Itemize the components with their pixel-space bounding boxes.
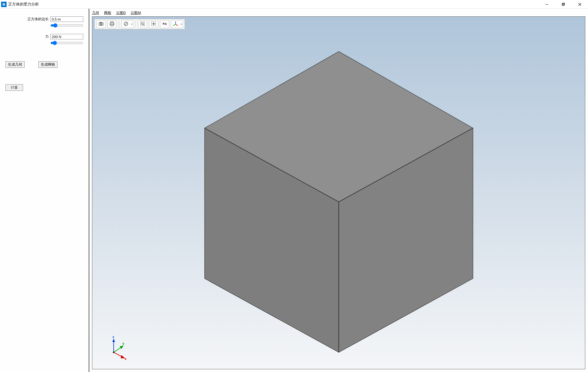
generate-mesh-button[interactable]: 生成网格 xyxy=(38,61,58,68)
svg-rect-12 xyxy=(111,24,113,26)
minimize-button[interactable] xyxy=(539,0,555,8)
svg-rect-3 xyxy=(563,3,565,5)
svg-point-16 xyxy=(142,22,144,24)
force-row: 力 xyxy=(5,34,83,39)
window-title: 正方体的受力分析 xyxy=(8,2,39,7)
print-icon xyxy=(109,21,115,27)
axis-x-label: x xyxy=(125,357,127,361)
svg-marker-35 xyxy=(112,339,115,342)
close-button[interactable] xyxy=(572,0,588,8)
edge-length-slider[interactable] xyxy=(50,24,83,27)
rotate-icon xyxy=(162,21,167,27)
tab-mesh[interactable]: 网格 xyxy=(104,10,111,15)
title-bar: 正方体的受力分析 xyxy=(0,0,588,9)
axis-triad: z y x xyxy=(105,336,130,361)
viewport-3d[interactable]: ▾ xyxy=(92,16,585,369)
force-input[interactable] xyxy=(50,34,83,39)
viewport-toolbar: ▾ xyxy=(94,19,185,29)
fit-all-icon xyxy=(151,21,156,27)
svg-marker-20 xyxy=(163,22,164,23)
chevron-down-icon: ▾ xyxy=(131,23,132,25)
chevron-down-icon: ▾ xyxy=(181,23,182,25)
tab-geometry[interactable]: 几何 xyxy=(92,10,99,15)
compute-button[interactable]: 计算 xyxy=(5,84,23,91)
sidebar: 正方体的边长 力 生成几何 生成网格 计算 xyxy=(0,9,89,372)
maximize-button[interactable] xyxy=(555,0,572,8)
fit-all-button[interactable] xyxy=(149,20,158,28)
tabs: 几何 网格 云图D 云图M xyxy=(89,9,588,16)
svg-line-14 xyxy=(125,22,127,25)
svg-rect-15 xyxy=(141,22,145,26)
svg-point-8 xyxy=(101,24,102,24)
edge-length-input[interactable] xyxy=(50,16,83,22)
app-icon xyxy=(1,2,7,7)
force-slider[interactable] xyxy=(50,41,83,45)
svg-marker-25 xyxy=(175,21,176,22)
print-button[interactable] xyxy=(107,20,117,28)
zoom-box-button[interactable] xyxy=(138,20,147,28)
tab-cloud-m[interactable]: 云图M xyxy=(131,10,141,15)
toolbar-separator xyxy=(136,21,136,28)
window-controls xyxy=(539,0,588,8)
content: 几何 网格 云图D 云图M xyxy=(89,9,588,372)
svg-rect-9 xyxy=(100,22,101,23)
zoom-box-icon xyxy=(140,21,145,27)
no-entry-icon xyxy=(123,21,129,27)
toolbar-separator xyxy=(119,21,119,28)
svg-marker-27 xyxy=(173,25,174,26)
main-area: 正方体的边长 力 生成几何 生成网格 计算 几何 网格 云图D 云图M xyxy=(0,9,588,372)
svg-marker-26 xyxy=(177,25,178,26)
tab-cloud-d[interactable]: 云图D xyxy=(116,10,126,15)
axis-z-label: z xyxy=(113,335,114,339)
camera-icon xyxy=(98,21,104,27)
axes-icon xyxy=(173,21,178,27)
svg-point-19 xyxy=(153,23,154,24)
rotate-button[interactable] xyxy=(160,20,169,28)
clear-dropdown-button[interactable]: ▾ xyxy=(121,20,133,28)
generate-geometry-button[interactable]: 生成几何 xyxy=(5,61,25,68)
force-label: 力 xyxy=(45,34,49,39)
camera-button[interactable] xyxy=(96,20,106,28)
cube-3d xyxy=(202,40,476,358)
svg-line-17 xyxy=(143,24,144,25)
svg-marker-37 xyxy=(120,346,124,349)
edge-length-row: 正方体的边长 xyxy=(5,16,83,22)
svg-marker-21 xyxy=(165,24,167,25)
edge-length-label: 正方体的边长 xyxy=(27,17,49,22)
svg-rect-2 xyxy=(562,4,564,5)
axis-y-label: y xyxy=(122,342,124,345)
axes-dropdown-button[interactable]: ▾ xyxy=(171,20,183,28)
svg-point-40 xyxy=(113,351,114,353)
